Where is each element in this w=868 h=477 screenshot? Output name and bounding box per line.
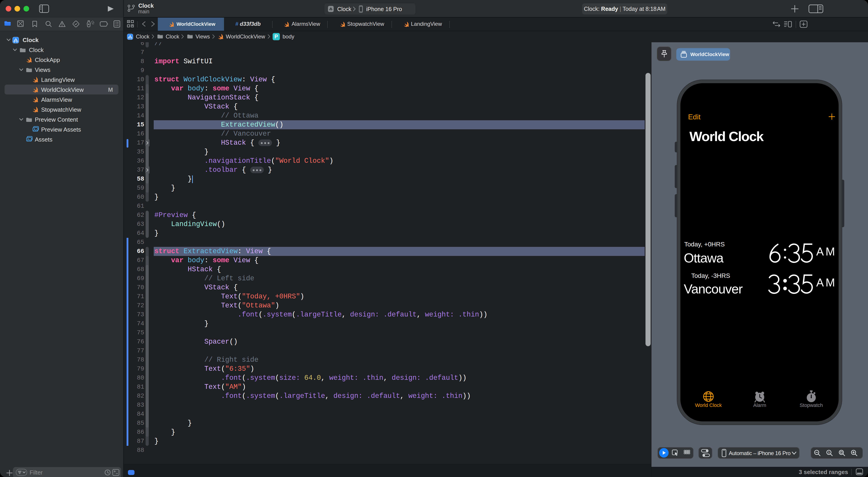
svg-text:1: 1 <box>828 451 830 454</box>
